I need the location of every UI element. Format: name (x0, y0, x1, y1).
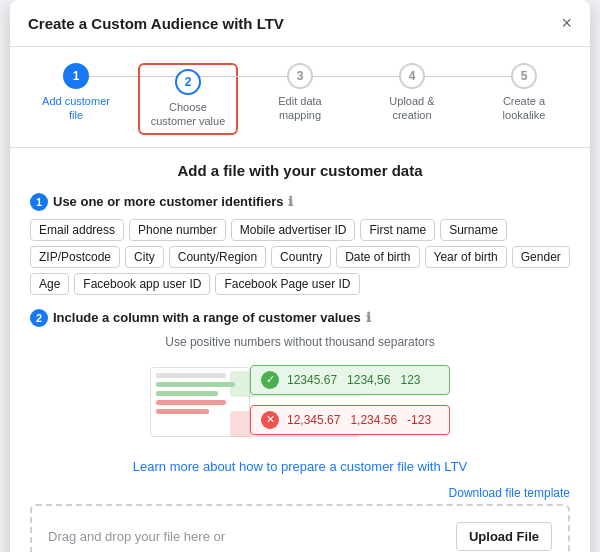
step-5-circle: 5 (511, 63, 537, 89)
drop-zone-wrapper: Download file template Drag and drop you… (30, 486, 570, 552)
example-box: ✓ 12345.67 1234,56 123 ✕ 12,345.67 (30, 357, 570, 447)
identifier-tag[interactable]: County/Region (169, 246, 266, 268)
step-2-circle: 2 (175, 69, 201, 95)
identifier-tag[interactable]: Age (30, 273, 69, 295)
bad-val-1: 12,345.67 (287, 413, 340, 427)
section1-badge: 1 (30, 193, 48, 211)
section2-badge: 2 (30, 309, 48, 327)
section2: 2 Include a column with a range of custo… (30, 309, 570, 447)
step-3: 3 Edit data mapping (244, 63, 356, 123)
identifier-tag[interactable]: Mobile advertiser ID (231, 219, 356, 241)
good-values-row: ✓ 12345.67 1234,56 123 (250, 365, 450, 395)
step-1-label: Add customer file (36, 94, 116, 123)
bad-values: 12,345.67 1,234.56 -123 (287, 413, 431, 427)
body-title: Add a file with your customer data (30, 162, 570, 179)
tags-container: Email addressPhone numberMobile advertis… (30, 219, 570, 295)
identifier-tag[interactable]: Country (271, 246, 331, 268)
modal-body: Add a file with your customer data 1 Use… (10, 148, 590, 552)
example-visual: ✓ 12345.67 1234,56 123 ✕ 12,345.67 (150, 357, 450, 447)
identifier-tag[interactable]: Surname (440, 219, 507, 241)
bad-val-3: -123 (407, 413, 431, 427)
step-4-circle: 4 (399, 63, 425, 89)
step-1-circle: 1 (63, 63, 89, 89)
step-1: 1 Add customer file (20, 63, 132, 123)
steps-bar: 1 Add customer file 2 Choose customer va… (10, 47, 590, 148)
good-val-2: 1234,56 (347, 373, 390, 387)
identifier-tag[interactable]: ZIP/Postcode (30, 246, 120, 268)
step-2-wrapper: 2 Choose customer value (138, 63, 238, 135)
bad-values-row: ✕ 12,345.67 1,234.56 -123 (250, 405, 450, 435)
good-val-1: 12345.67 (287, 373, 337, 387)
bad-val-2: 1,234.56 (350, 413, 397, 427)
section2-info-icon[interactable]: ℹ (366, 310, 371, 325)
drop-zone[interactable]: Drag and drop your file here or Upload F… (30, 504, 570, 552)
step-2-label: Choose customer value (148, 100, 228, 129)
step-5: 5 Create a lookalike (468, 63, 580, 123)
identifier-tag[interactable]: Date of birth (336, 246, 419, 268)
identifier-tag[interactable]: Phone number (129, 219, 226, 241)
x-icon: ✕ (261, 411, 279, 429)
step-4: 4 Upload & creation (356, 63, 468, 123)
good-val-3: 123 (400, 373, 420, 387)
section2-label-row: 2 Include a column with a range of custo… (30, 309, 570, 327)
step-3-label: Edit data mapping (260, 94, 340, 123)
positive-note: Use positive numbers without thousand se… (30, 335, 570, 349)
section1-label-row: 1 Use one or more customer identifiers ℹ (30, 193, 570, 211)
learn-more-link[interactable]: Learn more about how to prepare a custom… (30, 459, 570, 474)
section1-label-text: Use one or more customer identifiers (53, 194, 283, 209)
check-icon: ✓ (261, 371, 279, 389)
close-button[interactable]: × (561, 14, 572, 32)
identifier-tag[interactable]: Email address (30, 219, 124, 241)
step-2: 2 Choose customer value (132, 63, 244, 135)
step-3-circle: 3 (287, 63, 313, 89)
section1-info-icon[interactable]: ℹ (288, 194, 293, 209)
identifier-tag[interactable]: Gender (512, 246, 570, 268)
upload-button[interactable]: Upload File (456, 522, 552, 551)
drop-text: Drag and drop your file here or (48, 529, 225, 544)
identifier-tag[interactable]: First name (360, 219, 435, 241)
modal-title: Create a Custom Audience with LTV (28, 15, 284, 32)
download-link[interactable]: Download file template (30, 486, 570, 500)
step-5-label: Create a lookalike (484, 94, 564, 123)
modal-header: Create a Custom Audience with LTV × (10, 0, 590, 47)
create-audience-modal: Create a Custom Audience with LTV × 1 Ad… (10, 0, 590, 552)
identifier-tag[interactable]: Facebook Page user ID (215, 273, 359, 295)
good-values: 12345.67 1234,56 123 (287, 373, 420, 387)
identifier-tag[interactable]: City (125, 246, 164, 268)
identifier-tag[interactable]: Year of birth (425, 246, 507, 268)
section2-label-text: Include a column with a range of custome… (53, 310, 361, 325)
identifier-tag[interactable]: Facebook app user ID (74, 273, 210, 295)
step-4-label: Upload & creation (372, 94, 452, 123)
